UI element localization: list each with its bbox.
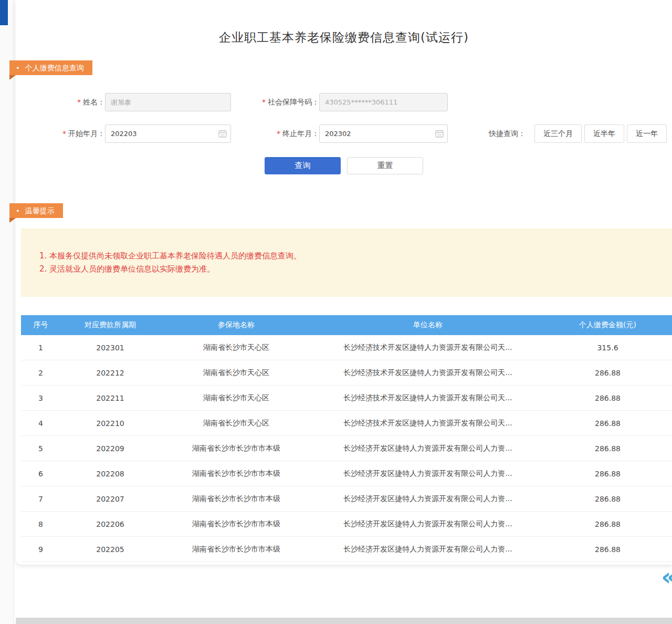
table-cell: 286.88 — [543, 369, 672, 377]
section-badge-label: 个人缴费信息查询 — [25, 64, 84, 72]
table-cell: 长沙经济技术开发区捷特人力资源开发有限公司天... — [312, 393, 543, 403]
required-mark: * — [77, 98, 81, 106]
table-cell: 长沙经济开发区捷特人力资源开发有限公司人力资... — [312, 444, 543, 453]
table-cell: 286.88 — [543, 444, 672, 453]
required-mark: * — [277, 129, 280, 138]
name-input[interactable] — [105, 93, 231, 111]
table-row: 6202208湖南省长沙市长沙市市本级长沙经济开发区捷特人力资源开发有限公司人力… — [21, 461, 672, 486]
table-cell: 315.6 — [543, 344, 672, 352]
tips-box: 1. 本服务仅提供尚未领取企业职工基本养老保险待遇人员的缴费信息查询。2. 灵活… — [21, 228, 672, 297]
table-cell: 5 — [21, 444, 60, 453]
reset-button[interactable]: 重置 — [347, 157, 423, 174]
table-cell: 202212 — [60, 369, 160, 377]
table-cell: 202207 — [60, 495, 160, 503]
table-cell: 长沙经济开发区捷特人力资源开发有限公司人力资... — [312, 545, 543, 554]
table-cell: 202206 — [60, 520, 160, 528]
start-month-field-group: *开始年月： — [16, 124, 231, 143]
table-cell: 长沙经济开发区捷特人力资源开发有限公司人力资... — [312, 469, 543, 479]
table-cell: 湖南省长沙市天心区 — [160, 343, 312, 352]
quick-query-label: 快捷查询： — [489, 129, 526, 139]
form-row-2: *开始年月： *终止年月： 快捷查询： 近三个月近半年近一年 — [16, 124, 672, 143]
required-mark: * — [262, 98, 266, 106]
bullet-icon: • — [16, 207, 20, 215]
table-cell: 202208 — [60, 470, 160, 478]
table-cell: 1 — [21, 344, 60, 352]
table-cell: 286.88 — [543, 394, 672, 402]
table-row: 4202210湖南省长沙市天心区长沙经济技术开发区捷特人力资源开发有限公司天..… — [21, 411, 672, 436]
end-month-field-group: *终止年月： — [231, 124, 448, 143]
table-row: 7202207湖南省长沙市长沙市市本级长沙经济开发区捷特人力资源开发有限公司人力… — [21, 486, 672, 512]
sidebar-accent-block — [0, 0, 8, 25]
page-title: 企业职工基本养老保险缴费信息查询(试运行) — [16, 29, 672, 46]
column-header: 序号 — [21, 320, 60, 330]
column-header: 个人缴费金额(元) — [543, 320, 672, 330]
name-field-group: *姓名： — [16, 93, 231, 111]
table-cell: 湖南省长沙市长沙市市本级 — [160, 469, 312, 479]
form-row-1: *姓名： *社会保障号码： — [16, 93, 672, 111]
payment-table: 序号对应费款所属期参保地名称单位名称个人缴费金额(元) 1202301湖南省长沙… — [21, 315, 672, 562]
ssn-label: *社会保障号码： — [231, 98, 319, 107]
table-row: 8202206湖南省长沙市长沙市市本级长沙经济开发区捷特人力资源开发有限公司人力… — [21, 512, 672, 537]
table-cell: 202211 — [60, 394, 160, 402]
table-cell: 湖南省长沙市长沙市市本级 — [160, 444, 312, 453]
section-badge-tips: •温馨提示 — [9, 203, 63, 218]
page-root: 企业职工基本养老保险缴费信息查询(试运行) •个人缴费信息查询 *姓名： *社会… — [0, 0, 672, 624]
table-cell: 8 — [21, 520, 60, 528]
quick-query-group: 快捷查询： 近三个月近半年近一年 — [489, 124, 667, 143]
required-mark: * — [62, 129, 66, 138]
bottom-bar — [16, 618, 672, 624]
name-label: *姓名： — [16, 98, 105, 107]
quick-range-button[interactable]: 近半年 — [584, 124, 624, 143]
table-body: 1202301湖南省长沙市天心区长沙经济技术开发区捷特人力资源开发有限公司天..… — [21, 335, 672, 562]
table-cell: 202205 — [60, 545, 160, 554]
bullet-icon: • — [16, 64, 20, 72]
column-header: 参保地名称 — [160, 320, 312, 330]
calendar-icon[interactable] — [218, 129, 227, 140]
tip-line: 1. 本服务仅提供尚未领取企业职工基本养老保险待遇人员的缴费信息查询。 — [39, 249, 656, 263]
table-row: 1202301湖南省长沙市天心区长沙经济技术开发区捷特人力资源开发有限公司天..… — [21, 335, 672, 360]
start-month-label: *开始年月： — [16, 129, 105, 139]
table-cell: 286.88 — [543, 545, 672, 554]
quick-range-button[interactable]: 近三个月 — [534, 124, 582, 143]
table-cell: 2 — [21, 369, 60, 377]
table-cell: 长沙经济技术开发区捷特人力资源开发有限公司天... — [312, 368, 543, 378]
section-badge-label: 温馨提示 — [25, 206, 55, 215]
table-cell: 286.88 — [543, 520, 672, 528]
table-cell: 7 — [21, 495, 60, 503]
table-header-row: 序号对应费款所属期参保地名称单位名称个人缴费金额(元) — [21, 315, 672, 335]
table-cell: 长沙经济技术开发区捷特人力资源开发有限公司天... — [312, 419, 543, 428]
table-cell: 湖南省长沙市长沙市市本级 — [160, 519, 312, 529]
table-cell: 湖南省长沙市长沙市市本级 — [160, 545, 312, 554]
table-cell: 长沙经济开发区捷特人力资源开发有限公司人力资... — [312, 519, 543, 529]
collapse-chevron-icon[interactable]: « — [661, 566, 672, 587]
calendar-icon[interactable] — [435, 129, 444, 140]
table-cell: 202210 — [60, 419, 160, 428]
table-row: 2202212湖南省长沙市天心区长沙经济技术开发区捷特人力资源开发有限公司天..… — [21, 360, 672, 386]
quick-query-buttons: 近三个月近半年近一年 — [532, 124, 667, 143]
table-cell: 6 — [21, 470, 60, 478]
table-cell: 202301 — [60, 344, 160, 352]
action-button-row: 查询 重置 — [16, 157, 672, 174]
column-header: 对应费款所属期 — [60, 320, 160, 330]
end-month-input[interactable] — [319, 124, 448, 143]
quick-range-button[interactable]: 近一年 — [627, 124, 667, 143]
tip-line: 2. 灵活就业人员的缴费单位信息以实际缴费为准。 — [39, 263, 656, 276]
start-month-input[interactable] — [105, 124, 231, 143]
table-row: 9202205湖南省长沙市长沙市市本级长沙经济开发区捷特人力资源开发有限公司人力… — [21, 537, 672, 562]
table-cell: 长沙经济技术开发区捷特人力资源开发有限公司天... — [312, 343, 543, 352]
table-cell: 4 — [21, 419, 60, 428]
table-cell: 286.88 — [543, 419, 672, 428]
ssn-input[interactable] — [319, 93, 448, 111]
search-button[interactable]: 查询 — [265, 157, 341, 174]
table-row: 3202211湖南省长沙市天心区长沙经济技术开发区捷特人力资源开发有限公司天..… — [21, 386, 672, 411]
table-cell: 湖南省长沙市长沙市市本级 — [160, 494, 312, 504]
table-cell: 湖南省长沙市天心区 — [160, 393, 312, 403]
end-month-label: *终止年月： — [231, 129, 319, 139]
left-rail — [0, 0, 14, 624]
table-row: 5202209湖南省长沙市长沙市市本级长沙经济开发区捷特人力资源开发有限公司人力… — [21, 436, 672, 461]
table-cell: 湖南省长沙市天心区 — [160, 419, 312, 428]
table-cell: 9 — [21, 545, 60, 554]
table-cell: 286.88 — [543, 495, 672, 503]
table-cell: 湖南省长沙市天心区 — [160, 368, 312, 378]
table-cell: 3 — [21, 394, 60, 402]
